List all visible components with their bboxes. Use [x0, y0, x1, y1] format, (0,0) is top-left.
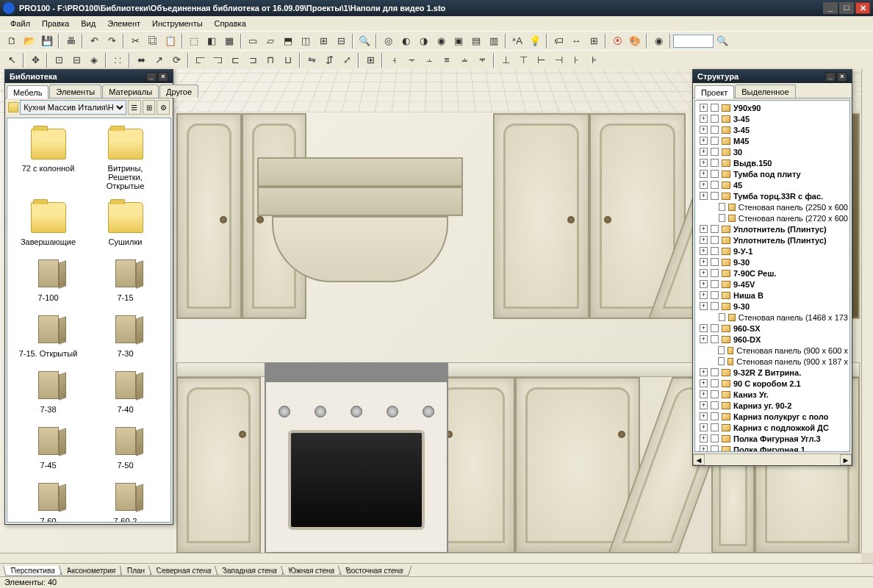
- menu-Вид[interactable]: Вид: [75, 18, 101, 29]
- align-icon[interactable]: ⊏: [227, 52, 243, 68]
- tool-icon[interactable]: ◈: [86, 52, 102, 68]
- tree-node[interactable]: +3-45: [697, 124, 848, 135]
- tree-checkbox[interactable]: [711, 258, 719, 266]
- tree-node[interactable]: +Тумба под плиту: [697, 168, 848, 179]
- menu-Справка[interactable]: Справка: [209, 18, 252, 29]
- tree-expander[interactable]: +: [700, 335, 708, 343]
- tree-node[interactable]: +У90х90: [697, 102, 848, 113]
- move-icon[interactable]: ✥: [27, 52, 43, 68]
- tree-expander[interactable]: +: [700, 148, 708, 156]
- library-tab-Другое[interactable]: Другое: [159, 85, 198, 98]
- tool-icon[interactable]: ⬚: [186, 33, 202, 49]
- tree-expander[interactable]: +: [700, 269, 708, 277]
- tree-checkbox[interactable]: [711, 269, 719, 277]
- flip-icon[interactable]: ⇵: [321, 52, 337, 68]
- text-icon[interactable]: ᵃA: [509, 33, 525, 49]
- copy-icon[interactable]: ⿻: [145, 33, 161, 49]
- render-icon[interactable]: ◉: [433, 33, 449, 49]
- tree-node[interactable]: +45: [697, 179, 848, 190]
- tree-expander[interactable]: +: [700, 379, 708, 387]
- tool-icon[interactable]: ⊡: [51, 52, 67, 68]
- pointer-icon[interactable]: ↗: [151, 52, 167, 68]
- tree-expander[interactable]: +: [700, 137, 708, 145]
- library-item[interactable]: 7-30: [90, 309, 160, 362]
- tree-checkbox[interactable]: [711, 401, 719, 409]
- tree-node[interactable]: +Карниз с подложкой ДС: [697, 422, 848, 433]
- tree-checkbox[interactable]: [711, 170, 719, 178]
- library-item[interactable]: 7-50: [90, 421, 160, 474]
- tree-checkbox[interactable]: [711, 423, 719, 431]
- tree-expander[interactable]: +: [700, 423, 708, 431]
- tree-node[interactable]: +30: [697, 146, 848, 157]
- tool-icon[interactable]: ▦: [221, 33, 237, 49]
- tree-node[interactable]: +Уплотнитель (Плинтус): [697, 223, 848, 234]
- tree-node[interactable]: +960-DX: [697, 334, 848, 345]
- redo-icon[interactable]: ↷: [104, 33, 120, 49]
- render-icon[interactable]: ◐: [398, 33, 414, 49]
- grid-icon[interactable]: ⊞: [586, 33, 602, 49]
- light-icon[interactable]: 💡: [527, 33, 543, 49]
- distribute-icon[interactable]: ≡: [439, 52, 455, 68]
- view-icon[interactable]: ⬒: [280, 33, 296, 49]
- flip-icon[interactable]: ⇋: [303, 52, 320, 68]
- library-item[interactable]: Витрины, Решетки, Открытые: [90, 124, 160, 195]
- view-icon[interactable]: ◫: [298, 33, 314, 49]
- panel-close-button[interactable]: ×: [158, 72, 168, 82]
- tree-expander[interactable]: +: [700, 115, 708, 123]
- library-item[interactable]: 7-15. Открытый: [13, 309, 83, 362]
- print-icon[interactable]: 🖶: [62, 33, 79, 49]
- tree-node[interactable]: +9-У-1: [697, 245, 848, 257]
- library-item[interactable]: 7-60-2: [90, 477, 160, 523]
- tree-checkbox[interactable]: [711, 412, 719, 420]
- tree-node[interactable]: +90 С коробом 2.1: [697, 378, 848, 389]
- view-tab-Южная стена[interactable]: Южная стена: [281, 566, 342, 576]
- tree-checkbox[interactable]: [711, 324, 719, 332]
- tree-checkbox[interactable]: [711, 115, 719, 123]
- tree-checkbox[interactable]: [711, 335, 719, 343]
- view-icon[interactable]: ⊟: [333, 33, 349, 49]
- list-view-button[interactable]: ☰: [128, 100, 141, 115]
- library-item[interactable]: 7-100: [13, 254, 83, 306]
- distribute-icon[interactable]: ⫟: [403, 52, 420, 68]
- minimize-button[interactable]: _: [823, 2, 838, 14]
- render-icon[interactable]: ▥: [486, 33, 502, 49]
- move-icon[interactable]: ⬌: [133, 52, 149, 68]
- tree-checkbox[interactable]: [711, 291, 719, 299]
- tool-icon[interactable]: ◧: [204, 33, 220, 49]
- new-icon[interactable]: 🗋: [4, 33, 20, 49]
- library-item[interactable]: 7-38: [13, 365, 83, 418]
- tree-checkbox[interactable]: [711, 390, 719, 398]
- color-icon[interactable]: 🎨: [627, 33, 643, 49]
- structure-tab-Выделенное[interactable]: Выделенное: [735, 85, 795, 98]
- tree-expander[interactable]: +: [700, 324, 708, 332]
- zoom-icon[interactable]: 🔍: [356, 33, 373, 49]
- tree-checkbox[interactable]: [711, 104, 719, 112]
- tree-checkbox[interactable]: [711, 159, 719, 167]
- tree-checkbox[interactable]: [711, 148, 719, 156]
- tree-node[interactable]: +9-45V: [697, 279, 848, 290]
- tree-expander[interactable]: +: [700, 302, 708, 310]
- tree-node[interactable]: Стеновая панель (1468 x 173: [697, 312, 848, 323]
- structure-tab-Проект[interactable]: Проект: [694, 85, 734, 98]
- distribute-icon[interactable]: ⫞: [386, 52, 402, 68]
- rotate-icon[interactable]: ⟳: [168, 52, 184, 68]
- library-item[interactable]: 7-15: [90, 254, 160, 306]
- tree-node[interactable]: +9-30: [697, 301, 848, 312]
- zoom-input[interactable]: [673, 35, 714, 48]
- library-item[interactable]: 72 с колонной: [13, 124, 83, 195]
- tree-expander[interactable]: +: [700, 159, 708, 167]
- panel-minimize-button[interactable]: _: [825, 72, 836, 82]
- tree-node[interactable]: +7-90С Реш.: [697, 268, 848, 279]
- align-icon[interactable]: ⊓: [262, 52, 279, 68]
- tree-expander[interactable]: +: [700, 258, 708, 266]
- tree-node[interactable]: +M45: [697, 135, 848, 146]
- tree-node[interactable]: Стеновая панель (2250 x 600: [697, 201, 848, 212]
- menu-Инструменты[interactable]: Инструменты: [146, 18, 209, 29]
- tree-checkbox[interactable]: [719, 203, 725, 211]
- save-icon[interactable]: 💾: [39, 33, 55, 49]
- tree-node[interactable]: Стеновая панель (900 x 600 x: [697, 345, 848, 356]
- tree-checkbox[interactable]: [711, 379, 719, 387]
- tree-node[interactable]: +Полка Фигурная 1: [697, 444, 848, 452]
- tree-checkbox[interactable]: [711, 368, 719, 376]
- menu-Правка[interactable]: Правка: [36, 18, 75, 29]
